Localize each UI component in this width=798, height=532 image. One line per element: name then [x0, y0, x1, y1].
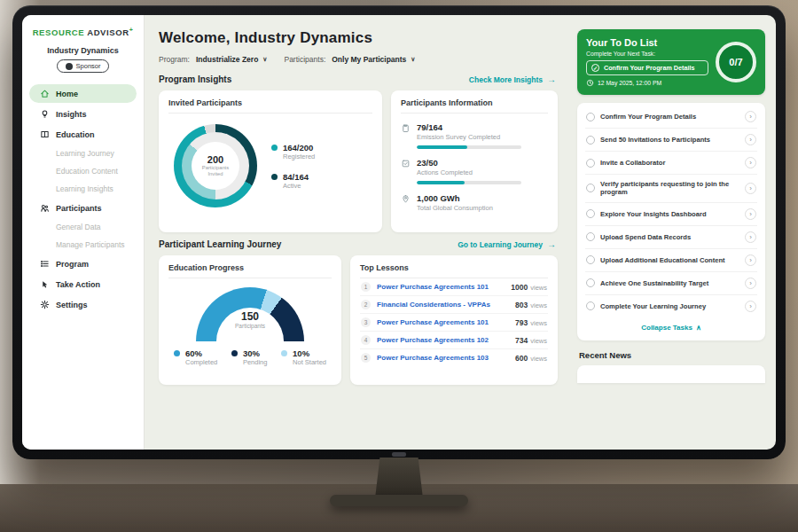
sidebar-item-label: Education Content [56, 167, 118, 176]
filter-bar: Program: Industrialize Zero ∨ Participan… [159, 55, 558, 64]
lesson-link[interactable]: Financial Considerations - VPPAs [377, 301, 509, 309]
check-square-icon [401, 159, 411, 168]
next-task-pill[interactable]: ✓ Confirm Your Program Details [586, 60, 708, 75]
task-checkbox[interactable] [586, 255, 595, 264]
sidebar-item-program[interactable]: Program [29, 254, 137, 273]
chevron-right-icon[interactable]: › [745, 301, 756, 312]
check-more-insights-link[interactable]: Check More Insights → [469, 74, 556, 84]
metric-emission-survey: 79/164 Emission Survey Completed [401, 122, 548, 149]
program-select[interactable]: Industrialize Zero ∨ [196, 55, 268, 64]
todo-progress-ring: 0/7 [716, 42, 756, 82]
sponsor-icon [66, 63, 73, 70]
task-row-complete-learning-journey[interactable]: Complete Your Learning Journey › [585, 295, 757, 317]
collapse-icon: ∧ [696, 324, 701, 332]
lesson-row: 3 Power Purchase Agreements 101 793views [360, 314, 548, 332]
sidebar-item-learning-journey[interactable]: Learning Journey [29, 145, 137, 162]
chevron-right-icon[interactable]: › [745, 134, 756, 145]
clipboard-icon [401, 123, 411, 133]
monitor-stand-neck [375, 458, 423, 498]
task-checkbox[interactable] [586, 232, 595, 241]
sidebar-item-education[interactable]: Education [29, 125, 137, 144]
participants-select[interactable]: Only My Participants ∨ [332, 55, 415, 64]
legend-item-active: 84/164 Active [271, 172, 315, 190]
sidebar-item-label: General Data [56, 223, 101, 231]
lesson-link[interactable]: Power Purchase Agreements 101 [377, 318, 509, 326]
sidebar-item-home[interactable]: Home [29, 84, 137, 103]
go-to-learning-journey-link[interactable]: Go to Learning Journey → [458, 239, 556, 249]
chevron-right-icon[interactable]: › [745, 157, 756, 168]
education-progress-card: Education Progress 150 Participants [159, 255, 341, 385]
sidebar-item-take-action[interactable]: Take Action [29, 275, 137, 293]
task-checkbox[interactable] [586, 159, 595, 168]
home-icon [40, 89, 50, 98]
sidebar-item-manage-participants[interactable]: Manage Participants [29, 236, 137, 254]
chevron-right-icon[interactable]: › [745, 231, 756, 243]
sidebar-item-participants[interactable]: Participants [29, 199, 137, 217]
chevron-right-icon[interactable]: › [745, 208, 756, 220]
lesson-link[interactable]: Power Purchase Agreements 101 [377, 283, 505, 291]
task-row-explore-insights[interactable]: Explore Your Insights Dashboard › [585, 203, 757, 226]
lesson-row: 5 Power Purchase Agreements 103 600views [360, 349, 548, 366]
task-checkbox[interactable] [586, 301, 595, 310]
lesson-link[interactable]: Power Purchase Agreements 102 [377, 336, 509, 344]
sidebar-item-settings[interactable]: Settings [29, 295, 137, 314]
chevron-right-icon[interactable]: › [745, 254, 756, 266]
sidebar-item-general-data[interactable]: General Data [29, 218, 137, 236]
lesson-link[interactable]: Power Purchase Agreements 103 [377, 354, 509, 362]
legend-item-pending: 30% Pending [231, 348, 268, 366]
sponsor-label: Sponsor [76, 62, 101, 70]
sidebar-item-label: Manage Participants [56, 240, 125, 249]
chevron-right-icon[interactable]: › [745, 278, 756, 289]
task-checkbox[interactable] [586, 184, 595, 192]
page-title: Welcome, Industry Dynamics [159, 29, 558, 47]
next-task-due: 12 May 2025, 12:00 PM [586, 79, 708, 87]
next-task-label: Confirm Your Program Details [604, 64, 694, 72]
insights-cards-row: Invited Participants 200 Participants In… [159, 90, 558, 232]
emission-progress-bar [417, 145, 521, 149]
dashboard-screen: RESOURCE ADVISOR+ Industry Dynamics Spon… [22, 15, 776, 450]
program-filter-label: Program: [159, 55, 190, 64]
card-title: Education Progress [168, 263, 332, 278]
legend-item-completed: 60% Completed [174, 348, 217, 366]
program-select-value: Industrialize Zero [196, 55, 258, 64]
chevron-right-icon[interactable]: › [745, 183, 756, 194]
task-row-achieve-target[interactable]: Achieve One Sustainability Target › [585, 272, 757, 295]
sidebar-item-label: Home [56, 90, 78, 98]
brand-resource: RESOURCE [33, 27, 85, 37]
task-row-upload-spend-data[interactable]: Upload Spend Data Records › [585, 226, 757, 249]
task-checkbox[interactable] [586, 209, 595, 218]
arrow-right-icon: → [547, 74, 556, 84]
chevron-right-icon[interactable]: › [745, 111, 756, 122]
legend-dot-teal [271, 145, 278, 151]
todo-title: Your To Do List [586, 37, 708, 48]
bulb-icon [40, 109, 50, 119]
sidebar-item-label: Settings [56, 301, 88, 309]
card-title: Participants Information [401, 98, 548, 113]
task-row-send-invitations[interactable]: Send 50 Invitations to Participants › [585, 129, 757, 152]
task-row-invite-collaborator[interactable]: Invite a Collaborator › [585, 152, 757, 175]
task-row-confirm-program[interactable]: Confirm Your Program Details › [585, 106, 757, 129]
monitor-brand-logo [392, 452, 406, 457]
sidebar-item-label: Education [56, 130, 95, 139]
todo-header-card: Your To Do List Complete Your Next Task:… [577, 29, 765, 95]
collapse-tasks-link[interactable]: Collapse Tasks ∧ [585, 317, 757, 334]
sidebar-item-label: Take Action [56, 280, 100, 289]
task-checkbox[interactable] [586, 278, 595, 287]
sidebar-item-learning-insights[interactable]: Learning Insights [29, 180, 137, 198]
sidebar-item-education-content[interactable]: Education Content [29, 162, 137, 180]
sidebar-nav: Home Insights Education Learning Journey [22, 83, 144, 315]
top-lessons-card: Top Lessons 1 Power Purchase Agreements … [350, 255, 558, 385]
chevron-down-icon: ∨ [262, 56, 267, 63]
task-row-verify-participants[interactable]: Verify participants requesting to join t… [585, 175, 757, 203]
task-checkbox[interactable] [586, 113, 595, 121]
task-row-upload-educational-content[interactable]: Upload Additional Educational Content › [585, 249, 757, 272]
donut-center-value: 200 [207, 154, 223, 165]
monitor-stand-base [330, 495, 468, 506]
sponsor-badge[interactable]: Sponsor [57, 59, 110, 73]
sidebar-item-label: Learning Journey [56, 149, 114, 158]
task-checkbox[interactable] [586, 136, 595, 145]
list-icon [40, 259, 50, 269]
arrow-right-icon: → [547, 239, 556, 249]
sidebar-item-insights[interactable]: Insights [29, 105, 137, 123]
legend-dot-lightblue [281, 350, 287, 356]
